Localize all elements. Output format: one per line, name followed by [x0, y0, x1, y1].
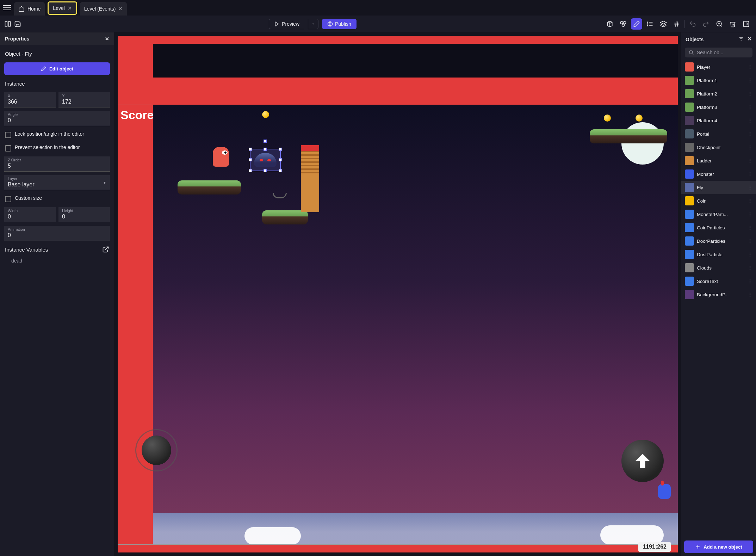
- kebab-menu-icon[interactable]: ⋮: [748, 144, 752, 150]
- preview-button[interactable]: Preview: [269, 19, 304, 29]
- checkbox-icon[interactable]: [5, 145, 11, 152]
- object-name: Ladder: [697, 158, 745, 163]
- list-icon[interactable]: [644, 18, 656, 30]
- height-input[interactable]: Height 0: [58, 207, 110, 222]
- kebab-menu-icon[interactable]: ⋮: [748, 252, 752, 257]
- objects-search-input[interactable]: Search ob...: [685, 48, 752, 57]
- scene-canvas[interactable]: Score: 0: [114, 32, 681, 556]
- groups-icon[interactable]: [618, 18, 629, 30]
- tab-home[interactable]: Home: [14, 2, 45, 16]
- close-icon[interactable]: ✕: [118, 6, 123, 12]
- kebab-menu-icon[interactable]: ⋮: [748, 292, 752, 297]
- lock-checkbox-row[interactable]: Lock position/angle in the editor: [4, 130, 110, 140]
- object-item-platform3[interactable]: Platform3⋮: [681, 100, 756, 114]
- publish-button[interactable]: Publish: [322, 19, 357, 29]
- coin-object[interactable]: [262, 111, 269, 118]
- kebab-menu-icon[interactable]: ⋮: [748, 131, 752, 137]
- object-item-player[interactable]: Player⋮: [681, 60, 756, 74]
- width-input[interactable]: Width 0: [4, 207, 56, 222]
- kebab-menu-icon[interactable]: ⋮: [748, 158, 752, 163]
- edit-icon[interactable]: [631, 18, 642, 30]
- angle-input[interactable]: Angle 0: [4, 111, 110, 126]
- tab-level-events[interactable]: Level (Events) ✕: [80, 2, 127, 16]
- kebab-menu-icon[interactable]: ⋮: [748, 225, 752, 230]
- object-item-platform2[interactable]: Platform2⋮: [681, 87, 756, 100]
- object-item-doorparticles[interactable]: DoorParticles⋮: [681, 234, 756, 248]
- kebab-menu-icon[interactable]: ⋮: [748, 78, 752, 83]
- tab-level[interactable]: Level ✕: [48, 1, 77, 15]
- jump-button[interactable]: [621, 440, 664, 482]
- object-item-monsterparti-[interactable]: MonsterParti...⋮: [681, 208, 756, 221]
- close-icon[interactable]: ✕: [105, 36, 109, 42]
- instance-variables-header[interactable]: Instance Variables: [4, 245, 110, 254]
- panel-toggle-icon[interactable]: [4, 20, 11, 27]
- object-item-ladder[interactable]: Ladder⋮: [681, 154, 756, 167]
- animation-input[interactable]: Animation 0: [4, 226, 110, 241]
- edit-object-button[interactable]: Edit object: [4, 62, 110, 75]
- delete-icon[interactable]: [727, 18, 738, 30]
- object-item-clouds[interactable]: Clouds⋮: [681, 261, 756, 274]
- object-item-portal[interactable]: Portal⋮: [681, 127, 756, 141]
- kebab-menu-icon[interactable]: ⋮: [748, 211, 752, 217]
- ladder-object[interactable]: [301, 145, 319, 212]
- kebab-menu-icon[interactable]: ⋮: [748, 171, 752, 177]
- open-external-icon[interactable]: [102, 246, 109, 253]
- save-icon[interactable]: [14, 20, 21, 27]
- object-icon[interactable]: [604, 18, 615, 30]
- close-icon[interactable]: ✕: [748, 36, 752, 43]
- coin-object[interactable]: [636, 115, 643, 122]
- ivar-dead[interactable]: dead: [4, 258, 110, 264]
- joystick-control[interactable]: [135, 429, 178, 471]
- kebab-menu-icon[interactable]: ⋮: [748, 278, 752, 284]
- object-item-coinparticles[interactable]: CoinParticles⋮: [681, 221, 756, 234]
- object-item-platform4[interactable]: Platform4⋮: [681, 114, 756, 127]
- coin-object[interactable]: [604, 115, 611, 122]
- kebab-menu-icon[interactable]: ⋮: [748, 91, 752, 97]
- layer-select[interactable]: Layer Base layer ▼: [4, 175, 110, 190]
- height-label: Height: [62, 209, 106, 213]
- kebab-menu-icon[interactable]: ⋮: [748, 238, 752, 244]
- object-item-coin[interactable]: Coin⋮: [681, 194, 756, 208]
- kebab-menu-icon[interactable]: ⋮: [748, 265, 752, 271]
- tab-events-label: Level (Events): [84, 6, 116, 12]
- undo-icon[interactable]: [687, 18, 698, 30]
- fly-object-selected[interactable]: [250, 149, 281, 171]
- platform-object[interactable]: [262, 210, 308, 224]
- checkbox-icon[interactable]: [5, 132, 11, 138]
- object-item-monster[interactable]: Monster⋮: [681, 167, 756, 181]
- kebab-menu-icon[interactable]: ⋮: [748, 104, 752, 110]
- grid-icon[interactable]: [671, 18, 682, 30]
- redo-icon[interactable]: [700, 18, 712, 30]
- layers-icon[interactable]: [658, 18, 669, 30]
- prevent-checkbox-row[interactable]: Prevent selection in the editor: [4, 143, 110, 153]
- object-item-backgroundp-[interactable]: BackgroundP...⋮: [681, 288, 756, 301]
- kebab-menu-icon[interactable]: ⋮: [748, 185, 752, 190]
- preview-dropdown[interactable]: [308, 19, 318, 29]
- platform-object[interactable]: [590, 129, 667, 143]
- object-item-dustparticle[interactable]: DustParticle⋮: [681, 248, 756, 261]
- custom-size-checkbox-row[interactable]: Custom size: [4, 194, 110, 204]
- object-item-fly[interactable]: Fly⋮: [681, 181, 756, 194]
- kebab-menu-icon[interactable]: ⋮: [748, 64, 752, 70]
- object-item-platform1[interactable]: Platform1⋮: [681, 74, 756, 87]
- x-input[interactable]: X 366: [4, 92, 56, 107]
- checkbox-icon[interactable]: [5, 196, 11, 202]
- add-object-button[interactable]: Add a new object: [684, 540, 753, 553]
- kebab-menu-icon[interactable]: ⋮: [748, 198, 752, 204]
- object-item-scoretext[interactable]: ScoreText⋮: [681, 274, 756, 288]
- hamburger-menu-icon[interactable]: [3, 4, 11, 12]
- zorder-input[interactable]: Z Order 5: [4, 156, 110, 172]
- y-input[interactable]: Y 172: [58, 92, 110, 107]
- close-icon[interactable]: ✕: [68, 5, 72, 11]
- settings-icon[interactable]: [740, 18, 752, 30]
- object-item-checkpoint[interactable]: Checkpoint⋮: [681, 141, 756, 154]
- moon-object[interactable]: [621, 122, 664, 165]
- water-object: [153, 513, 678, 545]
- checkpoint-object[interactable]: [273, 193, 287, 198]
- kebab-menu-icon[interactable]: ⋮: [748, 118, 752, 123]
- platform-object[interactable]: [178, 180, 241, 194]
- zoom-icon[interactable]: [714, 18, 725, 30]
- player-object[interactable]: [213, 147, 229, 167]
- filter-icon[interactable]: [738, 36, 744, 43]
- monster-object[interactable]: [658, 484, 671, 499]
